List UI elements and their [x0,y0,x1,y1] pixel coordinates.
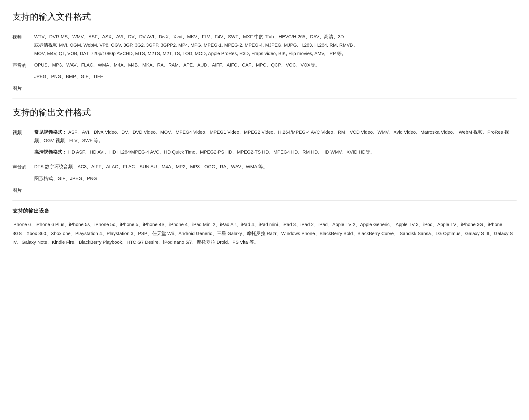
output-video-label: 视频 [12,128,34,136]
output-section: 支持的输出文件格式 视频 常见视频格式： ASF、AVI、DivX Video、… [12,105,517,194]
input-image-row: JPEG、PNG、BMP、GIF、TIFF [12,72,517,81]
input-image-label-row: 图片 [12,84,517,92]
input-video-content: WTV、DVR-MS、WMV、ASF、ASX、AVI、DV、DV-AVI、Div… [34,32,517,58]
devices-content: iPhone 6、iPhone 6 Plus、iPhone 5s、iPhone … [12,220,517,247]
output-common-video: 常见视频格式： ASF、AVI、DivX Video、DV、DVD Video、… [34,128,517,145]
input-image-label [12,72,34,73]
output-video-row: 视频 常见视频格式： ASF、AVI、DivX Video、DV、DVD Vid… [12,128,517,159]
divider-2 [12,200,517,201]
output-audio-row: 声音的 DTS 数字环绕音频、AC3、AIFF、ALAC、FLAC、SUN AU… [12,162,517,171]
output-common-video-label: 常见视频格式： [34,129,67,135]
output-image-content: 图形格式、GIF、JPEG、PNG [34,174,517,182]
output-hd-video-label: 高清视频格式： [34,149,67,155]
output-common-video-content: ASF、AVI、DivX Video、DV、DVD Video、MOV、MPEG… [34,129,509,143]
input-audio-row: 声音的 OPUS、MP3、WAV、FLAC、WMA、M4A、M4B、MKA、RA… [12,61,517,69]
output-hd-video-content: HD ASF、HD AVI、HD H.264/MPEG-4 AVC、HD Qui… [68,149,375,155]
input-video-line3: MOV, M4V, QT, VOB, DAT, 720p/1080p AVCHD… [34,51,346,56]
input-video-line1: WTV、DVR-MS、WMV、ASF、ASX、AVI、DV、DV-AVI、Div… [34,34,344,39]
input-video-row: 视频 WTV、DVR-MS、WMV、ASF、ASX、AVI、DV、DV-AVI、… [12,32,517,58]
output-video-content: 常见视频格式： ASF、AVI、DivX Video、DV、DVD Video、… [34,128,517,159]
output-section-title: 支持的输出文件格式 [12,105,517,122]
input-image-content: JPEG、PNG、BMP、GIF、TIFF [34,72,517,81]
devices-section-title: 支持的输出设备 [12,207,517,216]
input-video-line2: 或标清视频 MVI, OGM, WebM, VP8, OGV, 3GP, 3G2… [34,42,355,48]
output-image-label-row: 图片 [12,186,517,194]
output-image-label-text: 图片 [12,186,34,194]
output-image-label [12,174,34,175]
output-image-row: 图形格式、GIF、JPEG、PNG [12,174,517,182]
divider-1 [12,99,517,99]
input-audio-content: OPUS、MP3、WAV、FLAC、WMA、M4A、M4B、MKA、RA、RAM… [34,61,517,69]
input-audio-label: 声音的 [12,61,34,69]
input-image-label-text: 图片 [12,84,34,92]
input-section: 支持的输入文件格式 视频 WTV、DVR-MS、WMV、ASF、ASX、AVI、… [12,9,517,92]
output-audio-content: DTS 数字环绕音频、AC3、AIFF、ALAC、FLAC、SUN AU、M4A… [34,162,517,171]
output-audio-label: 声音的 [12,162,34,171]
input-video-label: 视频 [12,32,34,41]
devices-section: 支持的输出设备 iPhone 6、iPhone 6 Plus、iPhone 5s… [12,207,517,247]
input-section-title: 支持的输入文件格式 [12,9,517,27]
output-hd-video: 高清视频格式： HD ASF、HD AVI、HD H.264/MPEG-4 AV… [34,148,517,156]
